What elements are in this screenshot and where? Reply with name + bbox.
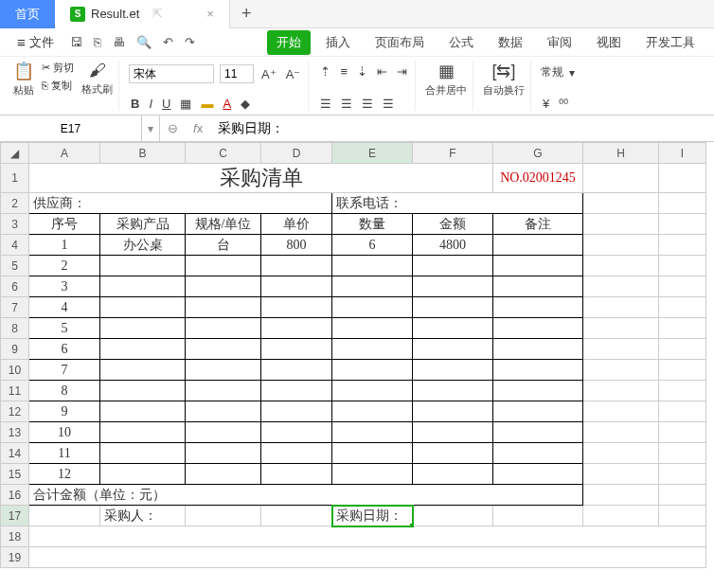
col-header[interactable]: G (493, 143, 583, 164)
font-name-combo[interactable] (129, 64, 214, 83)
cell-product[interactable] (100, 297, 186, 318)
menu-formula[interactable]: 公式 (439, 30, 483, 55)
cell-spec[interactable] (186, 401, 261, 422)
copy-button[interactable]: ⎘ 复制 (42, 79, 74, 93)
cell-amount[interactable] (413, 360, 493, 381)
supplier-label[interactable]: 供应商： (29, 193, 332, 214)
col-header[interactable]: I (659, 143, 706, 164)
cell-note[interactable] (493, 401, 583, 422)
align-bottom-icon[interactable]: ⇣ (355, 64, 369, 79)
cell-seq[interactable]: 11 (29, 443, 100, 464)
cell-seq[interactable]: 1 (29, 235, 100, 256)
cell-price[interactable] (261, 401, 332, 422)
cell-spec[interactable] (186, 360, 261, 381)
th-amount[interactable]: 金额 (413, 214, 493, 235)
cell-price[interactable] (261, 297, 332, 318)
cell-seq[interactable]: 10 (29, 422, 100, 443)
doc-number[interactable]: NO.02001245 (493, 164, 583, 193)
cell-product[interactable] (100, 401, 186, 422)
cell-spec[interactable] (186, 464, 261, 485)
cell-qty[interactable] (332, 381, 413, 401)
cell-note[interactable] (493, 339, 583, 360)
format-painter-button[interactable]: 🖌 格式刷 (81, 61, 113, 97)
close-icon[interactable]: × (206, 7, 214, 21)
cell-spec[interactable] (186, 443, 261, 464)
number-format-combo[interactable]: 常规 (541, 64, 563, 80)
cell-price[interactable] (261, 339, 332, 360)
th-qty[interactable]: 数量 (332, 214, 413, 235)
cell-price[interactable] (261, 360, 332, 381)
cell-seq[interactable]: 4 (29, 297, 100, 318)
cell-product[interactable] (100, 360, 186, 381)
align-left-icon[interactable]: ☰ (318, 97, 333, 111)
row-header[interactable]: 17 (1, 506, 29, 526)
cell-note[interactable] (493, 422, 583, 443)
saveas-icon[interactable]: ⎘ (91, 35, 104, 49)
cell-amount[interactable] (413, 276, 493, 297)
name-box[interactable] (0, 116, 142, 141)
th-seq[interactable]: 序号 (29, 214, 100, 235)
row-header[interactable]: 3 (1, 214, 29, 235)
cell-price[interactable] (261, 276, 332, 297)
col-header[interactable]: C (186, 143, 261, 164)
select-all-cell[interactable]: ◢ (1, 143, 29, 164)
cell-seq[interactable]: 3 (29, 276, 100, 297)
cell-note[interactable] (493, 360, 583, 381)
cell-amount[interactable] (413, 256, 493, 276)
row-header[interactable]: 15 (1, 464, 29, 485)
cell-qty[interactable] (332, 401, 413, 422)
cell-amount[interactable] (413, 297, 493, 318)
highlight-button[interactable]: ◆ (239, 97, 252, 111)
justify-icon[interactable]: ☰ (381, 97, 396, 111)
cell-seq[interactable]: 2 (29, 256, 100, 276)
col-header[interactable]: H (583, 143, 659, 164)
cell-price[interactable] (261, 381, 332, 401)
cell-note[interactable] (493, 464, 583, 485)
cell-amount[interactable]: 4800 (413, 235, 493, 256)
th-spec[interactable]: 规格/单位 (186, 214, 261, 235)
row-header[interactable]: 10 (1, 360, 29, 381)
cell-spec[interactable] (186, 318, 261, 339)
cell-amount[interactable] (413, 443, 493, 464)
cell-price[interactable] (261, 256, 332, 276)
cell-qty[interactable] (332, 360, 413, 381)
total-label[interactable]: 合计金额（单位：元） (29, 485, 583, 506)
cell-qty[interactable] (332, 443, 413, 464)
menu-review[interactable]: 审阅 (538, 30, 581, 55)
cell-qty[interactable] (332, 256, 413, 276)
align-middle-icon[interactable]: ≡ (338, 64, 349, 79)
indent-right-icon[interactable]: ⇥ (395, 64, 409, 79)
cell-qty[interactable] (332, 339, 413, 360)
row-header[interactable]: 4 (1, 235, 29, 256)
indent-left-icon[interactable]: ⇤ (375, 64, 389, 79)
row-header[interactable]: 16 (1, 485, 29, 506)
cell-product[interactable]: 办公桌 (100, 235, 186, 256)
fx-icon[interactable]: fx (186, 121, 210, 135)
merge-button[interactable]: ▦ 合并居中 (425, 61, 467, 98)
cell-qty[interactable]: 6 (332, 235, 413, 256)
bold-button[interactable]: B (129, 97, 141, 111)
cell-qty[interactable] (332, 297, 413, 318)
cell-price[interactable] (261, 443, 332, 464)
cell-qty[interactable] (332, 318, 413, 339)
row-header[interactable]: 2 (1, 193, 29, 214)
cell-qty[interactable] (332, 276, 413, 297)
menu-data[interactable]: 数据 (489, 30, 532, 55)
cut-button[interactable]: ✂ 剪切 (42, 61, 74, 75)
cell-note[interactable] (493, 381, 583, 401)
align-top-icon[interactable]: ⇡ (318, 64, 332, 79)
cell-spec[interactable] (186, 256, 261, 276)
currency-icon[interactable]: ¥ (541, 97, 551, 111)
row-header[interactable]: 8 (1, 318, 29, 339)
fill-handle[interactable] (409, 523, 413, 526)
row-header[interactable]: 11 (1, 381, 29, 401)
row-header[interactable]: 13 (1, 422, 29, 443)
wrap-button[interactable]: [⇆] 自动换行 (483, 61, 525, 98)
row-header[interactable]: 14 (1, 443, 29, 464)
cell-price[interactable] (261, 464, 332, 485)
cancel-icon[interactable]: ⊖ (160, 121, 186, 135)
menu-insert[interactable]: 插入 (316, 30, 360, 55)
cell-note[interactable] (493, 443, 583, 464)
save-icon[interactable]: 🖫 (67, 35, 85, 49)
cell-product[interactable] (100, 464, 186, 485)
